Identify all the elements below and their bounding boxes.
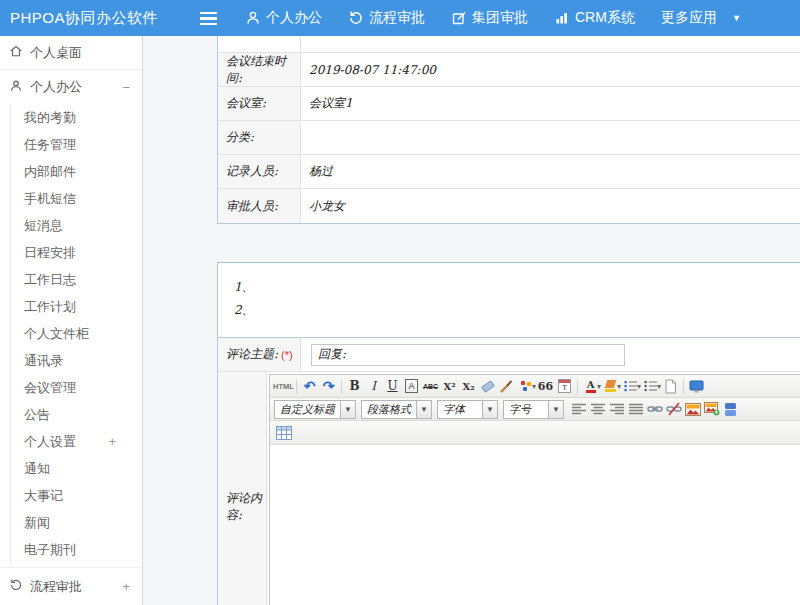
align-center-button[interactable] (588, 400, 607, 419)
redo-button[interactable]: ↷ (319, 377, 338, 396)
insert-image-button[interactable] (683, 400, 702, 419)
app-logo: PHPOA协同办公软件 (0, 9, 200, 28)
sidebar-item-sms[interactable]: 手机短信 (24, 185, 142, 212)
nav-label: 集团审批 (472, 9, 528, 27)
sidebar-item-workflow-approval[interactable]: 流程审批 + (0, 567, 142, 605)
hamburger-menu-icon[interactable] (200, 12, 217, 25)
collapse-icon[interactable]: − (122, 80, 130, 95)
row-label: 会议室: (218, 87, 301, 120)
strikethrough-button[interactable]: ABC (421, 377, 440, 396)
expand-icon[interactable]: + (108, 428, 116, 455)
color-dots-icon (519, 379, 533, 393)
sidebar-item-work-diary[interactable]: 工作日志 (24, 266, 142, 293)
paragraph-format-select[interactable]: 段落格式▼ (361, 400, 432, 419)
blockquote-button[interactable]: 66 (536, 377, 555, 396)
row-label: 分类: (218, 121, 301, 154)
nav-item-workflow-approval[interactable]: 流程审批 (348, 9, 425, 27)
table-row-end-time: 会议结束时间: 2019-08-07 11:47:00 (218, 53, 800, 87)
table-icon (276, 426, 292, 440)
row-value: 杨过 (301, 155, 800, 188)
editor-content-area[interactable] (270, 445, 800, 605)
user-icon (245, 10, 261, 26)
insert-link-button[interactable] (645, 400, 664, 419)
unlink-icon (666, 401, 682, 417)
subscript-button[interactable]: X₂ (459, 377, 478, 396)
new-page-button[interactable] (661, 377, 680, 396)
sidebar-item-task-management[interactable]: 任务管理 (24, 131, 142, 158)
sidebar-item-memorabilia[interactable]: 大事记 (24, 482, 142, 509)
row-value: 小龙女 (301, 189, 800, 223)
sidebar-item-personal-desktop[interactable]: 个人桌面 (0, 36, 142, 70)
sidebar-item-announcement[interactable]: 公告 (24, 401, 142, 428)
align-left-icon (572, 403, 586, 415)
caret-down-icon[interactable]: ▼ (548, 401, 563, 418)
sidebar-item-news[interactable]: 新闻 (24, 509, 142, 536)
fullscreen-button[interactable] (687, 377, 706, 396)
remove-format-button[interactable] (478, 377, 497, 396)
align-justify-icon (629, 403, 643, 415)
unordered-list-icon (643, 379, 658, 393)
align-right-icon (610, 403, 624, 415)
comment-subject-input[interactable] (311, 344, 625, 366)
ordered-list-icon (623, 379, 638, 393)
sidebar-item-schedule[interactable]: 日程安排 (24, 239, 142, 266)
underline-button[interactable]: U (383, 377, 402, 396)
row-label-cell: 评论主题: (*) (218, 338, 301, 371)
sidebar-item-personal-office[interactable]: 个人办公 − (0, 70, 142, 104)
char-border-button[interactable]: A (402, 377, 421, 396)
format-brush-button[interactable] (497, 377, 516, 396)
row-label: 会议结束时间: (218, 53, 301, 86)
source-code-button[interactable]: HTML (274, 377, 293, 396)
user-icon (9, 79, 23, 96)
expand-icon[interactable]: + (122, 579, 130, 594)
align-left-button[interactable] (569, 400, 588, 419)
sidebar-item-meeting-management[interactable]: 会议管理 (24, 374, 142, 401)
insert-table-button[interactable] (274, 423, 293, 442)
table-row-partial (218, 36, 800, 53)
insert-template-button[interactable]: T (555, 377, 574, 396)
sidebar-item-label: 内部邮件 (24, 164, 76, 179)
caret-down-icon[interactable]: ▼ (416, 401, 431, 418)
nav-item-personal-office[interactable]: 个人办公 (245, 9, 322, 27)
superscript-button[interactable]: X² (440, 377, 459, 396)
italic-button[interactable]: I (364, 377, 383, 396)
nav-item-crm[interactable]: CRM系统 (554, 9, 635, 27)
font-size-select[interactable]: 字号▼ (503, 400, 564, 419)
sidebar-item-label: 通知 (24, 461, 50, 476)
insert-media-button[interactable] (721, 400, 740, 419)
monitor-icon (689, 379, 704, 394)
home-icon (9, 44, 23, 61)
sidebar-item-personal-settings[interactable]: 个人设置+ (24, 428, 142, 455)
sidebar-item-work-plan[interactable]: 工作计划 (24, 293, 142, 320)
sidebar-item-personal-files[interactable]: 个人文件柜 (24, 320, 142, 347)
table-row-approver: 审批人员: 小龙女 (218, 189, 800, 223)
sidebar-item-label: 日程安排 (24, 245, 76, 260)
bold-button[interactable]: B (345, 377, 364, 396)
toolbar-separator (296, 379, 297, 394)
font-family-select[interactable]: 字体▼ (437, 400, 498, 419)
image-icon (685, 403, 701, 416)
remove-link-button[interactable] (664, 400, 683, 419)
media-icon (724, 402, 737, 417)
sidebar-item-short-message[interactable]: 短消息 (24, 212, 142, 239)
upload-image-button[interactable] (702, 400, 721, 419)
sidebar-item-contacts[interactable]: 通讯录 (24, 347, 142, 374)
nav-item-more-apps[interactable]: 更多应用 ▼ (661, 9, 741, 27)
caret-down-icon[interactable]: ▼ (340, 401, 355, 418)
comment-content-row: 评论内容: HTML ↶ ↷ B I U A (218, 372, 800, 605)
sidebar-item-e-journal[interactable]: 电子期刊 (24, 536, 142, 563)
sidebar-item-label: 个人桌面 (30, 44, 82, 62)
boxed-a-icon: A (405, 379, 418, 393)
undo-button[interactable]: ↶ (300, 377, 319, 396)
custom-heading-select[interactable]: 自定义标题▼ (274, 400, 356, 419)
sidebar-item-my-attendance[interactable]: 我的考勤 (24, 104, 142, 131)
caret-down-icon[interactable]: ▼ (482, 401, 497, 418)
toolbar-separator (341, 379, 342, 394)
row-value-cell (301, 36, 800, 52)
align-right-button[interactable] (607, 400, 626, 419)
sidebar-item-notice[interactable]: 通知 (24, 455, 142, 482)
nav-item-group-approval[interactable]: 集团审批 (451, 9, 528, 27)
align-justify-button[interactable] (626, 400, 645, 419)
sidebar-item-internal-mail[interactable]: 内部邮件 (24, 158, 142, 185)
eraser-icon (481, 380, 495, 393)
